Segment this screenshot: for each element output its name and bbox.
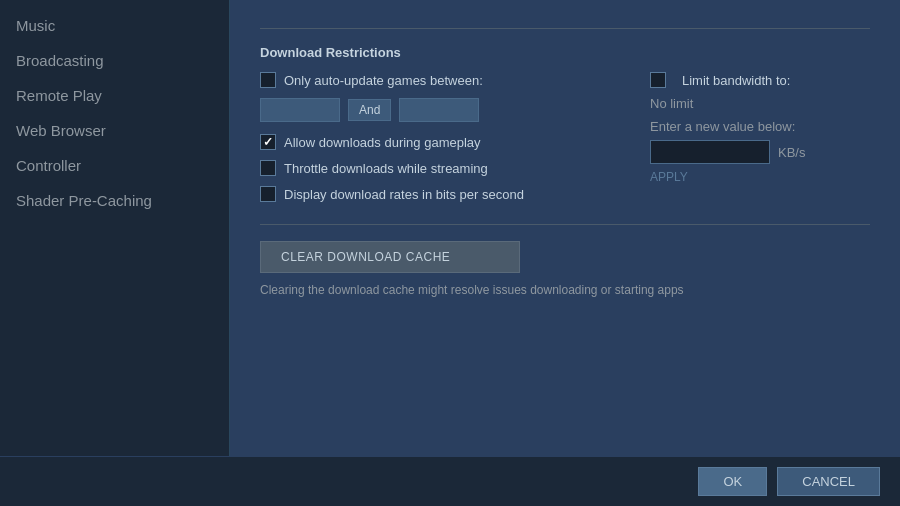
time-inputs-row: And: [260, 98, 610, 122]
cache-note: Clearing the download cache might resolv…: [260, 283, 870, 297]
time-start-input[interactable]: [260, 98, 340, 122]
limit-bandwidth-text: Limit bandwidth to:: [682, 73, 790, 88]
display-bits-label[interactable]: Display download rates in bits per secon…: [260, 186, 524, 202]
display-bits-checkbox[interactable]: [260, 186, 276, 202]
apply-button[interactable]: APPLY: [650, 170, 688, 184]
auto-update-label[interactable]: Only auto-update games between:: [260, 72, 483, 88]
throttle-downloads-label[interactable]: Throttle downloads while streaming: [260, 160, 488, 176]
ok-button[interactable]: OK: [698, 467, 767, 496]
throttle-downloads-text: Throttle downloads while streaming: [284, 161, 488, 176]
auto-update-row: Only auto-update games between:: [260, 72, 610, 88]
allow-downloads-checkbox[interactable]: [260, 134, 276, 150]
top-divider: [260, 28, 870, 29]
kb-input-row: KB/s: [650, 140, 870, 164]
throttle-downloads-checkbox[interactable]: [260, 160, 276, 176]
auto-update-checkbox[interactable]: [260, 72, 276, 88]
sidebar-item-remote-play[interactable]: Remote Play: [0, 78, 229, 113]
no-limit-text: No limit: [650, 96, 870, 111]
display-bits-row: Display download rates in bits per secon…: [260, 186, 610, 202]
left-column: Only auto-update games between: And Allo…: [260, 72, 610, 212]
two-column-layout: Only auto-update games between: And Allo…: [260, 72, 870, 212]
allow-downloads-text: Allow downloads during gameplay: [284, 135, 481, 150]
throttle-downloads-row: Throttle downloads while streaming: [260, 160, 610, 176]
limit-bandwidth-checkbox[interactable]: [650, 72, 666, 88]
sidebar-item-broadcasting[interactable]: Broadcasting: [0, 43, 229, 78]
sidebar-item-controller[interactable]: Controller: [0, 148, 229, 183]
sidebar: Music Broadcasting Remote Play Web Brows…: [0, 0, 230, 456]
content-area: Download Restrictions Only auto-update g…: [230, 0, 900, 456]
section-title: Download Restrictions: [260, 45, 870, 60]
bottom-divider: [260, 224, 870, 225]
footer: OK CANCEL: [0, 456, 900, 506]
auto-update-text: Only auto-update games between:: [284, 73, 483, 88]
kb-input[interactable]: [650, 140, 770, 164]
display-bits-text: Display download rates in bits per secon…: [284, 187, 524, 202]
sidebar-item-music[interactable]: Music: [0, 8, 229, 43]
cancel-button[interactable]: CANCEL: [777, 467, 880, 496]
clear-cache-button[interactable]: CLEAR DOWNLOAD CACHE: [260, 241, 520, 273]
and-label: And: [348, 99, 391, 121]
sidebar-item-web-browser[interactable]: Web Browser: [0, 113, 229, 148]
time-end-input[interactable]: [399, 98, 479, 122]
allow-downloads-row: Allow downloads during gameplay: [260, 134, 610, 150]
limit-bandwidth-row: Limit bandwidth to:: [650, 72, 870, 88]
right-column: Limit bandwidth to: No limit Enter a new…: [650, 72, 870, 212]
main-layout: Music Broadcasting Remote Play Web Brows…: [0, 0, 900, 456]
kb-unit-label: KB/s: [778, 145, 805, 160]
allow-downloads-label[interactable]: Allow downloads during gameplay: [260, 134, 481, 150]
enter-value-text: Enter a new value below:: [650, 119, 870, 134]
sidebar-item-shader-pre-caching[interactable]: Shader Pre-Caching: [0, 183, 229, 218]
